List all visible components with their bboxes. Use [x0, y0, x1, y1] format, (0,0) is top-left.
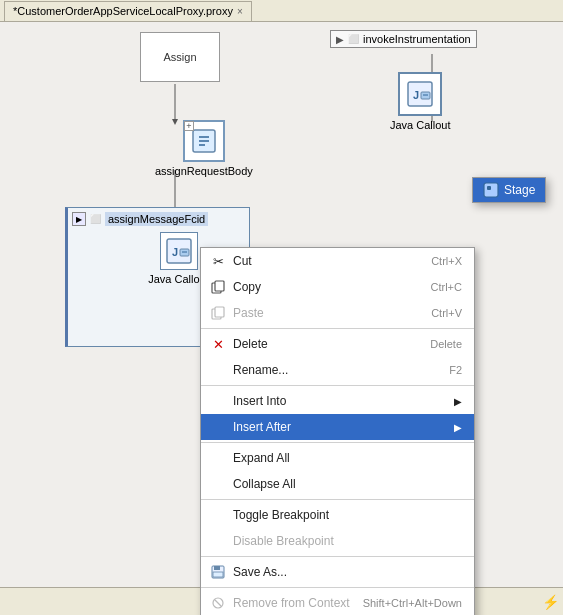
svg-rect-17 — [215, 281, 224, 291]
separator-1 — [201, 328, 474, 329]
insert-into-label: Insert Into — [233, 394, 446, 408]
delete-label: Delete — [233, 337, 430, 351]
tab-label: *CustomerOrderAppServiceLocalProxy.proxy — [13, 5, 233, 17]
assign-req-body-icon: + — [183, 120, 225, 162]
context-menu-expand-all[interactable]: Expand All — [201, 445, 474, 471]
assign-req-body-label: assignRequestBody — [155, 165, 253, 177]
assign-req-body-svg — [190, 127, 218, 155]
bottom-icon: ⚡ — [542, 594, 559, 610]
context-menu-collapse-all[interactable]: Collapse All — [201, 471, 474, 497]
expand-all-label: Expand All — [233, 451, 462, 465]
remove-label: Remove from Context — [233, 596, 363, 610]
separator-5 — [201, 556, 474, 557]
assign-request-body-node: + assignRequestBody — [155, 120, 253, 177]
insert-after-icon — [209, 418, 227, 436]
copy-icon — [209, 278, 227, 296]
paste-icon — [209, 304, 227, 322]
expand-icon: + — [184, 121, 194, 131]
invoke-container: ▶ ⬜ invokeInstrumentation — [330, 30, 477, 48]
separator-4 — [201, 499, 474, 500]
save-as-label: Save As... — [233, 565, 462, 579]
svg-text:J: J — [413, 89, 419, 101]
paste-label: Paste — [233, 306, 431, 320]
svg-rect-21 — [214, 566, 220, 570]
invoke-box-icon: ⬜ — [348, 34, 359, 44]
context-menu-cut[interactable]: ✂ Cut Ctrl+X — [201, 248, 474, 274]
paste-shortcut: Ctrl+V — [431, 307, 462, 319]
context-menu-toggle-breakpoint[interactable]: Toggle Breakpoint — [201, 502, 474, 528]
remove-icon — [209, 594, 227, 612]
expand-all-icon — [209, 449, 227, 467]
insert-after-arrow: ▶ — [454, 422, 462, 433]
context-menu-disable-breakpoint[interactable]: Disable Breakpoint — [201, 528, 474, 554]
svg-line-24 — [215, 600, 221, 606]
disable-breakpoint-icon — [209, 532, 227, 550]
disable-breakpoint-label: Disable Breakpoint — [233, 534, 462, 548]
collapse-all-icon — [209, 475, 227, 493]
svg-text:J: J — [172, 246, 178, 258]
assign-label: Assign — [163, 51, 196, 63]
context-menu-insert-after[interactable]: Insert After ▶ — [201, 414, 474, 440]
copy-shortcut: Ctrl+C — [431, 281, 462, 293]
stage-icon — [483, 182, 499, 198]
separator-3 — [201, 442, 474, 443]
context-menu-remove-from-context[interactable]: Remove from Context Shift+Ctrl+Alt+Down — [201, 590, 474, 615]
cut-label: Cut — [233, 254, 431, 268]
svg-rect-25 — [484, 183, 498, 197]
expand-collapse-icon: ▶ — [76, 215, 82, 224]
java-inner-svg: J — [165, 237, 193, 265]
separator-2 — [201, 385, 474, 386]
insert-after-label: Insert After — [233, 420, 446, 434]
editor-tab[interactable]: *CustomerOrderAppServiceLocalProxy.proxy… — [4, 1, 252, 21]
toggle-breakpoint-label: Toggle Breakpoint — [233, 508, 462, 522]
cut-shortcut: Ctrl+X — [431, 255, 462, 267]
invoke-node: ▶ ⬜ invokeInstrumentation — [330, 30, 477, 48]
separator-6 — [201, 587, 474, 588]
stage-label: Stage — [504, 183, 535, 197]
java-callout-top-label: Java Callout — [390, 119, 451, 131]
assign-node: Assign — [140, 32, 220, 82]
invoke-label: invokeInstrumentation — [363, 33, 471, 45]
delete-shortcut: Delete — [430, 338, 462, 350]
context-menu-paste[interactable]: Paste Ctrl+V — [201, 300, 474, 326]
rename-label: Rename... — [233, 363, 449, 377]
context-menu-insert-into[interactable]: Insert Into ▶ — [201, 388, 474, 414]
context-menu-save-as[interactable]: Save As... — [201, 559, 474, 585]
java-icon-top: J — [406, 80, 434, 108]
context-menu-delete[interactable]: ✕ Delete Delete — [201, 331, 474, 357]
copy-label: Copy — [233, 280, 431, 294]
toggle-breakpoint-icon — [209, 506, 227, 524]
canvas-area: Assign ▶ ⬜ invokeInstrumentation J Java … — [0, 22, 563, 615]
context-menu: ✂ Cut Ctrl+X Copy Ctrl+C Paste — [200, 247, 475, 615]
cut-icon: ✂ — [209, 252, 227, 270]
rename-icon — [209, 361, 227, 379]
svg-rect-26 — [487, 186, 491, 190]
collapse-all-label: Collapse All — [233, 477, 462, 491]
remove-shortcut: Shift+Ctrl+Alt+Down — [363, 597, 462, 609]
assign-msg-header: ▶ ⬜ assignMessageFcid — [72, 212, 245, 226]
insert-into-arrow: ▶ — [454, 396, 462, 407]
insert-into-icon — [209, 392, 227, 410]
close-tab-button[interactable]: × — [237, 6, 243, 17]
submenu-stage-popup: Stage — [472, 177, 546, 203]
context-menu-rename[interactable]: Rename... F2 — [201, 357, 474, 383]
invoke-collapse-icon: ▶ — [336, 34, 344, 45]
java-callout-inner-icon: J — [160, 232, 198, 270]
scope-icon: ⬜ — [90, 214, 101, 224]
java-callout-top-icon: J — [398, 72, 442, 116]
save-as-icon — [209, 563, 227, 581]
context-menu-copy[interactable]: Copy Ctrl+C — [201, 274, 474, 300]
delete-icon: ✕ — [209, 335, 227, 353]
assign-msg-label: assignMessageFcid — [105, 212, 208, 226]
java-callout-top: J Java Callout — [390, 72, 451, 131]
assign-box: Assign — [140, 32, 220, 82]
svg-rect-19 — [215, 307, 224, 317]
container-icon: ▶ — [72, 212, 86, 226]
rename-shortcut: F2 — [449, 364, 462, 376]
svg-rect-22 — [213, 572, 223, 577]
